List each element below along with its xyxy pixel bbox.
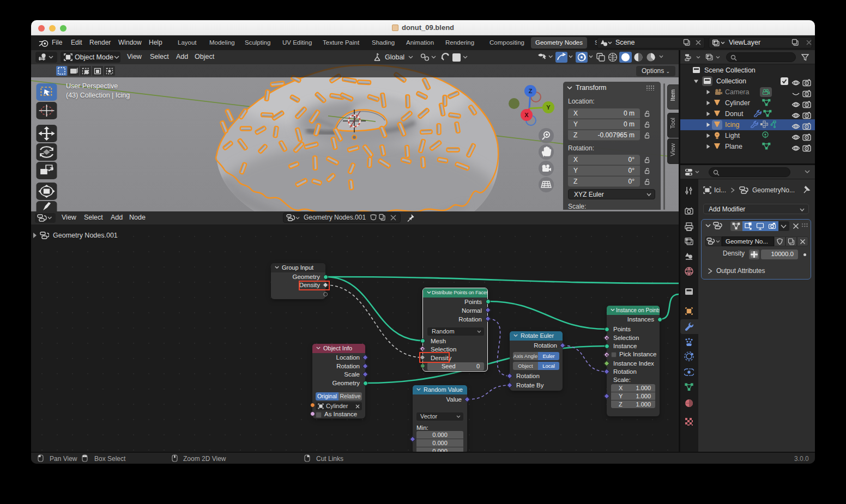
svg-text:Y: Y xyxy=(546,104,551,111)
svg-text:Global: Global xyxy=(385,53,404,61)
svg-text:X: X xyxy=(524,112,529,118)
svg-text:Z: Z xyxy=(529,88,533,94)
